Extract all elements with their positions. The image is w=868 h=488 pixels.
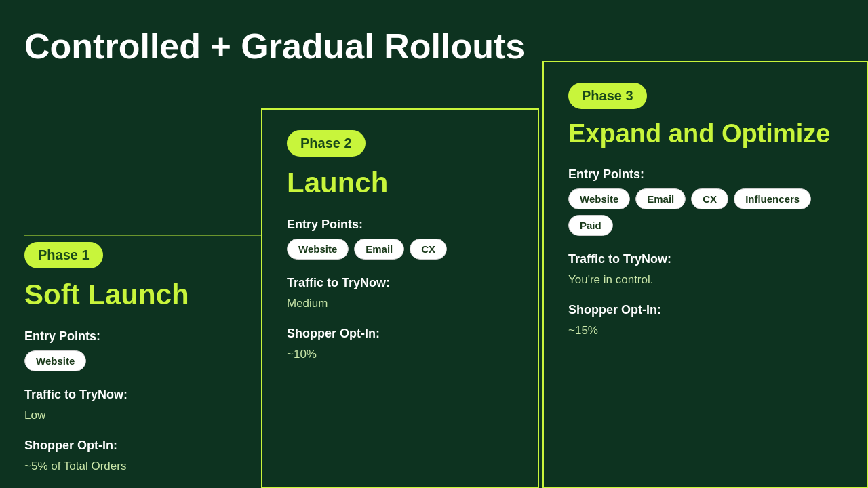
phase3-traffic-value: You're in control. <box>568 273 842 287</box>
phase1-entry-points: Entry Points: Website <box>24 329 240 371</box>
tag-website-p1: Website <box>24 350 86 371</box>
phase2-entry-points: Entry Points: Website Email CX <box>287 218 513 260</box>
phase2-title: Launch <box>287 167 513 199</box>
phase2-optin-value: ~10% <box>287 348 513 361</box>
phase1-title: Soft Launch <box>24 279 240 310</box>
tag-website-p3: Website <box>568 188 630 209</box>
phase2-card: Phase 2 Launch Entry Points: Website Ema… <box>261 108 539 488</box>
phase2-traffic-label: Traffic to TryNow: <box>287 276 513 290</box>
phase1-optin: Shopper Opt-In: ~5% of Total Orders <box>24 439 240 473</box>
phase2-traffic-value: Medium <box>287 297 513 310</box>
tag-cx-p2: CX <box>410 239 447 260</box>
phase1-badge: Phase 1 <box>24 242 103 268</box>
phase3-title: Expand and Optimize <box>568 120 842 148</box>
header: Controlled + Gradual Rollouts <box>0 0 868 79</box>
phase1-content: Phase 1 Soft Launch Entry Points: Websit… <box>24 242 240 488</box>
phase1-optin-value: ~5% of Total Orders <box>24 460 240 473</box>
phase3-tags: Website Email CX Influencers Paid <box>568 188 842 236</box>
phase3-entry-label: Entry Points: <box>568 167 842 182</box>
phase3-traffic-label: Traffic to TryNow: <box>568 252 842 266</box>
phase3-traffic: Traffic to TryNow: You're in control. <box>568 252 842 287</box>
tag-website-p2: Website <box>287 239 349 260</box>
phase1-tags: Website <box>24 350 240 371</box>
phase3-card: Phase 3 Expand and Optimize Entry Points… <box>542 61 868 488</box>
phase1-traffic: Traffic to TryNow: Low <box>24 388 240 422</box>
phase1-entry-label: Entry Points: <box>24 329 240 344</box>
phase1-divider <box>24 235 264 236</box>
phase2-optin-label: Shopper Opt-In: <box>287 327 513 341</box>
phase3-optin-value: ~15% <box>568 324 842 338</box>
tag-paid-p3: Paid <box>568 215 613 236</box>
phase2-traffic: Traffic to TryNow: Medium <box>287 276 513 310</box>
phase1-traffic-label: Traffic to TryNow: <box>24 388 240 402</box>
tag-email-p2: Email <box>354 239 404 260</box>
page-title: Controlled + Gradual Rollouts <box>0 0 868 79</box>
phase2-entry-label: Entry Points: <box>287 218 513 232</box>
phase1-traffic-value: Low <box>24 409 240 422</box>
tag-email-p3: Email <box>635 188 686 209</box>
phase1-section: Phase 1 Soft Launch Entry Points: Websit… <box>0 79 264 488</box>
phase2-tags: Website Email CX <box>287 239 513 260</box>
phase3-entry-points: Entry Points: Website Email CX Influence… <box>568 167 842 236</box>
tag-cx-p3: CX <box>691 188 728 209</box>
phase1-optin-label: Shopper Opt-In: <box>24 439 240 453</box>
phase3-optin-label: Shopper Opt-In: <box>568 303 842 317</box>
tag-influencers-p3: Influencers <box>734 188 811 209</box>
phase3-badge: Phase 3 <box>568 83 647 109</box>
phase2-badge: Phase 2 <box>287 130 366 157</box>
phase3-optin: Shopper Opt-In: ~15% <box>568 303 842 338</box>
phase2-optin: Shopper Opt-In: ~10% <box>287 327 513 361</box>
